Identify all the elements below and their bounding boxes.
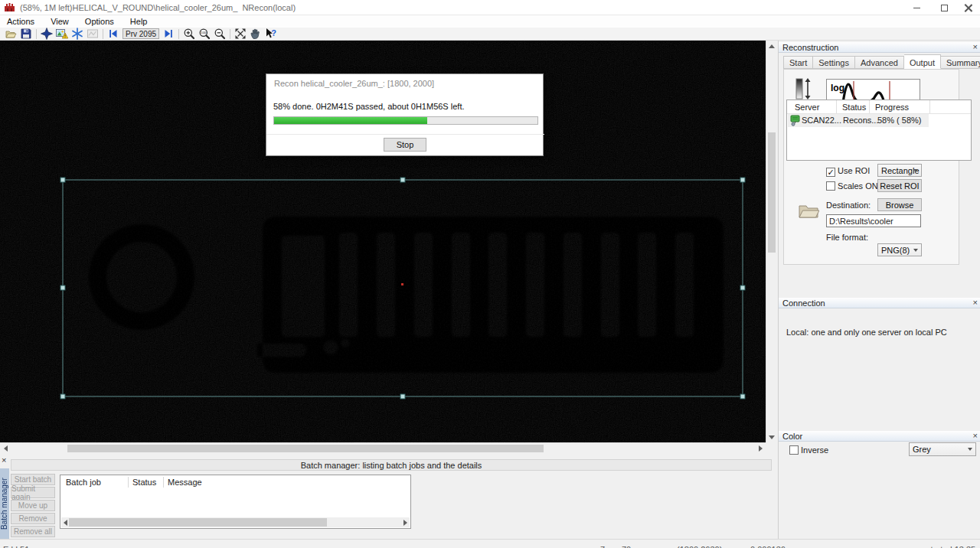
- submit-again-button[interactable]: Submit again: [11, 487, 55, 498]
- image-warning-button[interactable]: [54, 28, 70, 40]
- first-slice-button[interactable]: [106, 28, 121, 40]
- batch-manager-tab[interactable]: Batch manager: [0, 468, 9, 539]
- scroll-left-arrow[interactable]: [0, 443, 11, 454]
- scales-on-checkbox[interactable]: Scales ON: [826, 181, 878, 191]
- close-batch-panel-icon[interactable]: ×: [2, 455, 6, 465]
- horizontal-scrollbar[interactable]: [0, 442, 766, 453]
- column-progress: Progress: [875, 103, 909, 112]
- browse-button[interactable]: Browse: [877, 198, 922, 211]
- status-fragment: 0.009136: [750, 545, 786, 548]
- scroll-up-arrow[interactable]: [766, 41, 777, 51]
- menu-actions[interactable]: Actions: [0, 15, 41, 26]
- context-help-button[interactable]: ?: [263, 28, 279, 40]
- blue-star-icon: [41, 28, 53, 40]
- menu-help[interactable]: Help: [123, 15, 155, 26]
- reconstruction-panel-title: Reconstruction: [782, 43, 838, 52]
- connection-panel-title: Connection: [782, 298, 825, 308]
- menu-options[interactable]: Options: [78, 15, 121, 26]
- status-fragment: E bl 51: [3, 545, 29, 548]
- roi-handle-top-center[interactable]: [400, 178, 405, 182]
- color-panel-header: Color ×: [779, 431, 980, 442]
- server-row[interactable]: SCAN22... Recons... 58% ( 58%): [788, 114, 929, 127]
- destination-folder-icon: [798, 201, 819, 220]
- preview-slice-button[interactable]: Prv 2095: [122, 28, 159, 39]
- skip-to-end-icon: [162, 28, 175, 40]
- batch-job-table[interactable]: Batch job Status Message: [60, 475, 411, 529]
- scroll-down-arrow[interactable]: [766, 432, 777, 442]
- file-format-select[interactable]: PNG(8): [877, 243, 922, 256]
- close-panel-icon[interactable]: ×: [973, 42, 978, 52]
- use-roi-checkbox[interactable]: ✓ Use ROI: [826, 166, 870, 177]
- fit-to-window-button[interactable]: [233, 28, 248, 40]
- destination-label: Destination:: [826, 201, 871, 210]
- help-cursor-icon: ?: [265, 28, 277, 40]
- reconstruction-tabs: StartSettingsAdvancedOutputSummary: [783, 56, 980, 69]
- tab-settings[interactable]: Settings: [813, 56, 855, 69]
- last-slice-button[interactable]: [161, 28, 176, 40]
- server-progress-cell: 58% ( 58%): [877, 116, 921, 125]
- roi-shape-select[interactable]: Rectangle: [877, 164, 922, 177]
- fine-tuning-button[interactable]: [39, 28, 54, 40]
- checkbox-box[interactable]: [789, 445, 799, 455]
- maximize-button[interactable]: [931, 0, 957, 15]
- tab-output[interactable]: Output: [904, 54, 941, 69]
- reset-roi-button[interactable]: Reset ROI: [877, 179, 922, 192]
- tab-advanced[interactable]: Advanced: [855, 56, 904, 69]
- roi-handle-bottom-right[interactable]: [740, 394, 745, 399]
- roi-handle-mid-left[interactable]: [60, 285, 65, 290]
- fit-arrows-icon: [234, 28, 247, 40]
- batch-manager-region: × Batch manager Batch manager: listing b…: [0, 453, 778, 539]
- pan-button[interactable]: [248, 28, 263, 40]
- window-title: (58%, 1M left)HELICAL_V_ROUND\helical_co…: [20, 3, 296, 12]
- dialog-title: Recon helical_cooler_26um_: [1800, 2000]: [274, 79, 434, 88]
- close-panel-icon[interactable]: ×: [973, 431, 978, 441]
- server-name-cell: SCAN22...: [802, 116, 841, 125]
- recon-progress-dialog: Recon helical_cooler_26um_: [1800, 2000]…: [266, 73, 544, 156]
- save-button[interactable]: [18, 28, 34, 40]
- checkbox-box[interactable]: [826, 181, 835, 191]
- move-up-button[interactable]: Move up: [11, 500, 55, 511]
- checkbox-box-checked[interactable]: ✓: [826, 168, 835, 177]
- vertical-scroll-thumb[interactable]: [768, 132, 776, 253]
- cross-section-button[interactable]: [70, 28, 85, 40]
- roi-handle-bottom-left[interactable]: [60, 394, 65, 399]
- status-fragment: 70: [622, 545, 631, 548]
- remove-all-button[interactable]: Remove all: [11, 526, 55, 537]
- scroll-left-arrow[interactable]: [64, 520, 67, 526]
- profile-disabled-icon: [87, 28, 99, 40]
- zoom-out-button[interactable]: [212, 28, 227, 40]
- toolbar-separator: [103, 29, 103, 39]
- batch-scroll-thumb[interactable]: [69, 518, 327, 527]
- progress-bar: [273, 116, 538, 125]
- roi-handle-top-left[interactable]: [60, 178, 65, 182]
- status-bar: E bl 51 7 70 (1800,2630) 0.009136 starte…: [0, 539, 980, 548]
- stop-button[interactable]: Stop: [384, 138, 426, 152]
- menu-view[interactable]: View: [44, 15, 76, 26]
- close-panel-icon[interactable]: ×: [973, 298, 978, 308]
- remove-button[interactable]: Remove: [11, 513, 55, 524]
- tab-start[interactable]: Start: [783, 56, 813, 69]
- scroll-right-arrow[interactable]: [755, 443, 766, 454]
- zoom-in-button[interactable]: [181, 28, 197, 40]
- close-button[interactable]: [956, 0, 980, 15]
- tab-summary[interactable]: Summary: [941, 56, 980, 69]
- open-dataset-button[interactable]: [3, 28, 18, 40]
- inverse-checkbox[interactable]: Inverse: [789, 445, 828, 455]
- palette-select[interactable]: Grey: [909, 442, 976, 456]
- horizontal-scroll-thumb[interactable]: [67, 445, 544, 452]
- roi-handle-bottom-center[interactable]: [400, 394, 405, 399]
- save-floppy-icon: [20, 28, 32, 40]
- roi-handle-top-right[interactable]: [740, 178, 745, 182]
- scroll-right-arrow[interactable]: [403, 520, 407, 526]
- server-table[interactable]: Server Status Progress SCAN22... Recons.…: [786, 99, 972, 161]
- toolbar: Prv 2095 100: [0, 28, 980, 41]
- status-fragment: (1800,2630): [677, 545, 722, 548]
- toolbar-separator: [230, 29, 230, 39]
- vertical-scrollbar[interactable]: [766, 41, 776, 442]
- destination-path-input[interactable]: D:\Results\cooler: [826, 214, 921, 227]
- minimize-button[interactable]: [903, 0, 929, 15]
- zoom-100-button[interactable]: 100: [197, 28, 212, 40]
- column-status: Status: [132, 478, 156, 487]
- roi-handle-mid-right[interactable]: [740, 285, 745, 290]
- batch-table-scrollbar[interactable]: [61, 517, 410, 527]
